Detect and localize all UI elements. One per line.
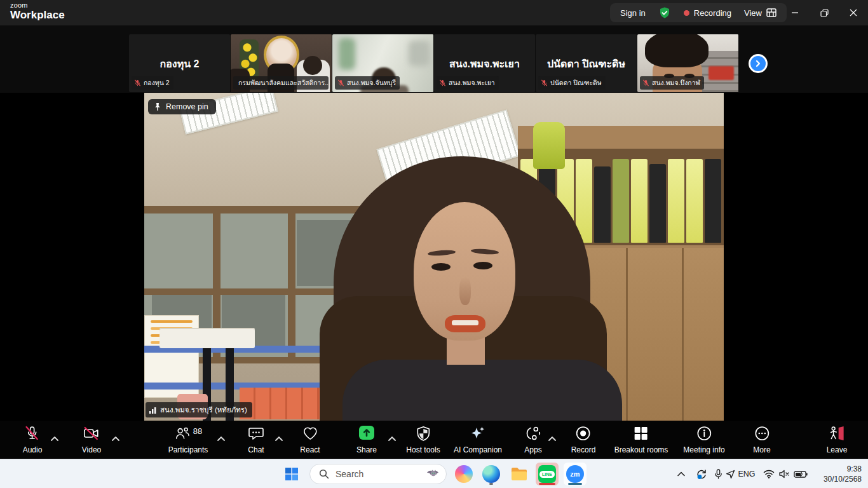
record-label: Record: [571, 445, 596, 454]
breakout-rooms-button[interactable]: Breakout rooms: [614, 423, 668, 456]
share-options-chevron[interactable]: [388, 432, 396, 444]
tray-overflow-chevron[interactable]: [674, 459, 689, 488]
apps-button[interactable]: Apps: [524, 423, 541, 456]
person-hair: [645, 34, 709, 67]
record-button[interactable]: Record: [571, 423, 596, 456]
share-screen-icon: [357, 426, 376, 441]
react-label: React: [300, 445, 320, 454]
windows-taskbar: Search LINE zm: [0, 459, 868, 488]
volume-muted-icon[interactable]: [776, 459, 792, 488]
audio-button[interactable]: Audio: [23, 423, 43, 456]
recording-label: Recording: [694, 8, 731, 18]
participant-tile[interactable]: สนง.พมจ.บึงกาฬ: [637, 34, 739, 92]
breakout-rooms-icon: [634, 426, 649, 441]
meeting-toolbar: Audio Video 88 Participants: [0, 421, 868, 459]
participant-filmstrip: กองทุน 2 กองทุน 2 กรมพัฒนาสังคมและสวัสดิ…: [0, 25, 868, 93]
view-button[interactable]: View: [744, 8, 776, 18]
copilot-app-icon[interactable]: [452, 463, 475, 485]
participant-name-label: กรมพัฒนาสังคมและสวัสดิการ...: [238, 78, 329, 88]
chevron-right-icon: [754, 60, 762, 67]
binder: [668, 159, 684, 243]
participant-display-name: ปนัดดา ปิณฑะดิษ: [536, 56, 637, 72]
heart-icon: [302, 426, 318, 441]
language-indicator[interactable]: ENG: [736, 459, 757, 488]
zoom-app-icon[interactable]: zm: [564, 463, 587, 485]
date-label: 30/10/2568: [824, 474, 862, 484]
pin-icon: [154, 102, 161, 111]
background-blur: [409, 41, 430, 66]
participant-tile[interactable]: กรมพัฒนาสังคมและสวัสดิการ...: [231, 34, 332, 92]
person-eye: [431, 263, 451, 271]
remove-pin-label: Remove pin: [166, 102, 208, 111]
taskbar-clock[interactable]: 9:38 30/10/2568: [824, 464, 862, 484]
record-icon: [576, 426, 591, 441]
more-label: More: [753, 445, 770, 454]
binder: [649, 164, 666, 243]
edge-app-icon[interactable]: [480, 463, 503, 485]
person-nose: [459, 277, 471, 305]
participant-tile[interactable]: สนง.พมจ.พะเยา สนง.พมจ.พะเยา: [434, 34, 536, 92]
sign-in-button[interactable]: Sign in: [620, 8, 646, 18]
line-app-icon[interactable]: LINE: [536, 463, 559, 485]
participant-tile[interactable]: กองทุน 2 กองทุน 2: [129, 34, 231, 92]
binder: [705, 159, 721, 243]
remove-pin-button[interactable]: Remove pin: [148, 99, 216, 114]
minimize-icon: [791, 9, 799, 17]
wifi-icon[interactable]: [761, 459, 776, 488]
more-ellipsis-icon: [754, 426, 770, 441]
share-button[interactable]: Share: [356, 423, 377, 456]
person-eyebrow: [471, 248, 499, 255]
close-icon: [850, 9, 857, 17]
participant-name-pill: สนง.พมจ.บึงกาฬ: [640, 76, 704, 90]
participant-tile[interactable]: สนง.พมจ.จันทบุรี: [332, 34, 434, 92]
search-placeholder: Search: [336, 469, 419, 479]
restore-icon: [820, 9, 829, 17]
minimize-button[interactable]: [784, 0, 806, 25]
person-face: [414, 202, 515, 341]
next-participants-page-button[interactable]: [749, 54, 768, 73]
react-button[interactable]: React: [300, 423, 320, 456]
pinned-participant-name-pill: สนง.พมจ.ราชบุรี (หทัยภัทร): [146, 402, 252, 417]
microphone-muted-icon: [541, 79, 548, 86]
apps-options-chevron[interactable]: [548, 432, 556, 444]
battery-icon[interactable]: [792, 459, 810, 488]
title-bar: zoom Workplace Sign in Recording View: [0, 0, 868, 25]
green-jar: [533, 122, 565, 169]
close-button[interactable]: [843, 0, 864, 25]
ai-companion-button[interactable]: AI Companion: [454, 423, 502, 456]
participant-name-label: สนง.พมจ.จันทบุรี: [347, 78, 396, 88]
participants-count-badge: 88: [193, 426, 202, 436]
zoom-workplace-logo: zoom Workplace: [10, 2, 65, 20]
recording-indicator[interactable]: Recording: [684, 8, 731, 18]
participant-name-pill: สนง.พมจ.จันทบุรี: [335, 76, 400, 90]
video-button[interactable]: Video: [82, 423, 101, 456]
shield-check-icon[interactable]: [658, 6, 671, 19]
meeting-info-button[interactable]: Meeting info: [683, 423, 724, 456]
search-box[interactable]: Search: [309, 464, 447, 484]
video-options-chevron[interactable]: [112, 432, 119, 444]
update-sync-icon[interactable]: [693, 459, 710, 488]
apps-icon: [525, 426, 541, 441]
restore-button[interactable]: [813, 0, 835, 25]
location-in-use-icon[interactable]: [723, 459, 737, 488]
participants-options-chevron[interactable]: [217, 432, 225, 444]
participant-name-label: สนง.พมจ.บึงกาฬ: [652, 78, 700, 88]
audio-options-chevron[interactable]: [51, 432, 58, 444]
main-stage: Remove pin สนง.พมจ.ราชบุรี (หทัยภัทร): [0, 93, 868, 421]
chat-button[interactable]: Chat: [248, 423, 264, 456]
window-frame-bar: [288, 214, 295, 357]
tray-microphone-icon[interactable]: [712, 459, 724, 488]
more-button[interactable]: More: [753, 423, 770, 456]
host-tools-button[interactable]: Host tools: [406, 423, 440, 456]
participants-button[interactable]: 88 Participants: [168, 423, 208, 456]
file-explorer-app-icon[interactable]: [508, 463, 531, 485]
windows-logo-icon: [285, 467, 299, 481]
leave-button[interactable]: Leave: [827, 423, 848, 456]
pinned-video[interactable]: Remove pin สนง.พมจ.ราชบุรี (หทัยภัทร): [144, 93, 724, 421]
audio-level-icon: [149, 407, 157, 414]
line-logo-text: LINE: [539, 471, 555, 478]
chat-options-chevron[interactable]: [275, 432, 283, 444]
leave-label: Leave: [827, 445, 848, 454]
start-button[interactable]: [280, 463, 303, 485]
participant-tile[interactable]: ปนัดดา ปิณฑะดิษ ปนัดดา ปิณฑะดิษ: [536, 34, 637, 92]
